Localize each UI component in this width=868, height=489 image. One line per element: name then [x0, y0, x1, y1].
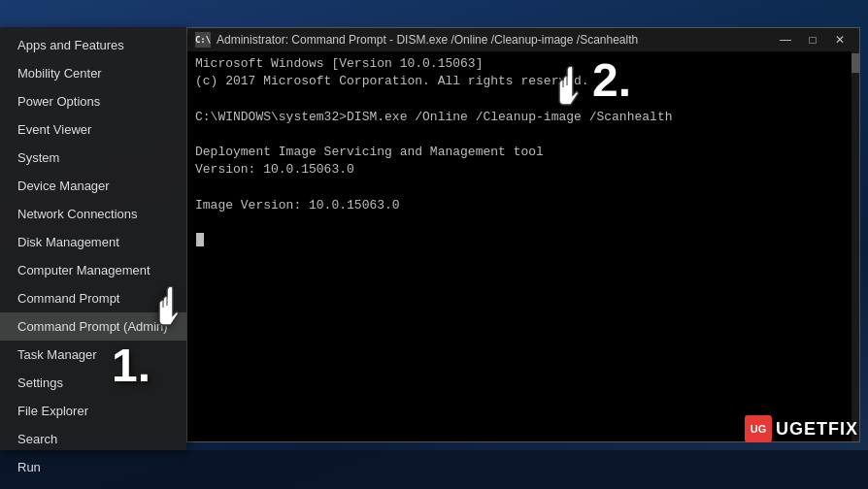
- cmd-scrollbar[interactable]: [851, 51, 859, 441]
- cmd-titlebar: C:\ Administrator: Command Prompt - DISM…: [187, 28, 859, 51]
- step1-pointer-icon: [136, 286, 183, 345]
- menu-item-settings[interactable]: Settings: [0, 369, 186, 397]
- cursor-blink: [196, 233, 204, 246]
- step2-pointer-icon: [532, 66, 583, 125]
- step1-label: 1.: [112, 339, 150, 392]
- menu-item-label: Device Manager: [17, 179, 110, 193]
- menu-item-label: Disk Management: [17, 235, 119, 249]
- menu-item-disk[interactable]: Disk Management: [0, 228, 186, 256]
- menu-item-label: File Explorer: [17, 404, 88, 418]
- menu-item-computer-management[interactable]: Computer Management: [0, 256, 186, 284]
- cmd-output-line4: C:\WINDOWS\system32>DISM.exe /Online /Cl…: [195, 109, 851, 126]
- menu-item-power[interactable]: Power Options: [0, 87, 186, 115]
- cmd-window-title: Administrator: Command Prompt - DISM.exe…: [217, 33, 774, 47]
- cmd-output-line6: Deployment Image Servicing and Managemen…: [195, 144, 851, 161]
- menu-item-system[interactable]: System: [0, 144, 186, 172]
- cmd-output-line1: Microsoft Windows [Version 10.0.15063]: [195, 55, 851, 73]
- menu-item-search[interactable]: Search: [0, 425, 186, 453]
- cmd-output-line10: [195, 214, 851, 232]
- menu-item-label: Network Connections: [17, 207, 138, 221]
- menu-item-label: Apps and Features: [17, 38, 124, 52]
- cmd-cursor-line: [195, 232, 851, 249]
- menu-item-label: System: [17, 150, 59, 165]
- scrollbar-thumb[interactable]: [851, 53, 859, 73]
- menu-item-label: Settings: [17, 375, 63, 390]
- cmd-output-line3: [195, 90, 851, 108]
- maximize-button[interactable]: □: [801, 30, 824, 49]
- watermark-text: UGETFIX: [776, 419, 858, 440]
- cmd-window-icon: C:\: [195, 32, 211, 48]
- cmd-window: C:\ Administrator: Command Prompt - DISM…: [186, 27, 860, 442]
- cmd-output-line7: Version: 10.0.15063.0: [195, 161, 851, 179]
- menu-item-label: Search: [17, 432, 57, 446]
- window-controls: — □ ✕: [774, 30, 851, 49]
- menu-item-file-explorer[interactable]: File Explorer: [0, 397, 186, 425]
- context-menu: Apps and Features Mobility Center Power …: [0, 27, 186, 450]
- menu-item-label: Computer Management: [17, 263, 150, 277]
- cmd-output-line8: [195, 179, 851, 196]
- menu-item-label: Mobility Center: [17, 66, 102, 81]
- cmd-output-line9: Image Version: 10.0.15063.0: [195, 197, 851, 214]
- menu-item-apps-features[interactable]: Apps and Features: [0, 31, 186, 59]
- menu-item-network[interactable]: Network Connections: [0, 200, 186, 228]
- watermark: UG UGETFIX: [745, 415, 858, 442]
- menu-item-label: Event Viewer: [17, 122, 91, 137]
- menu-item-event-viewer[interactable]: Event Viewer: [0, 115, 186, 144]
- menu-item-device-manager[interactable]: Device Manager: [0, 172, 186, 200]
- cmd-body: Microsoft Windows [Version 10.0.15063] (…: [187, 51, 859, 441]
- menu-item-label: Run: [17, 460, 41, 474]
- step2-label: 2.: [592, 53, 631, 107]
- menu-item-label: Task Manager: [17, 347, 97, 362]
- close-button[interactable]: ✕: [828, 30, 851, 49]
- watermark-logo: UG: [745, 415, 772, 442]
- menu-item-mobility[interactable]: Mobility Center: [0, 59, 186, 87]
- cmd-output-line5: [195, 126, 851, 144]
- menu-item-run[interactable]: Run: [0, 453, 186, 481]
- minimize-button[interactable]: —: [774, 30, 797, 49]
- menu-item-shutdown[interactable]: Shut down or sign out ›: [0, 481, 186, 489]
- menu-item-label: Power Options: [17, 94, 100, 109]
- menu-item-label: Command Prompt: [17, 291, 119, 306]
- cmd-output-line2: (c) 2017 Microsoft Corporation. All righ…: [195, 73, 851, 90]
